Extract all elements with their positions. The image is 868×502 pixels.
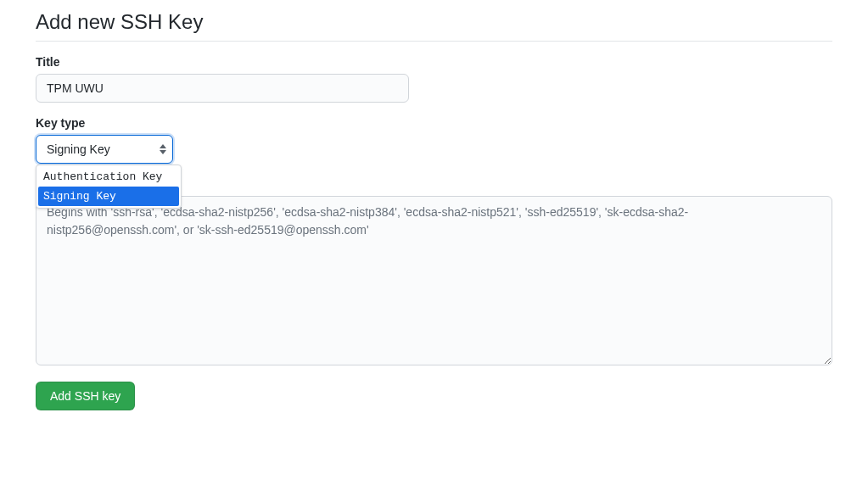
add-ssh-key-button[interactable]: Add SSH key xyxy=(36,382,135,410)
title-field-group: Title xyxy=(36,55,832,103)
key-type-option-authentication[interactable]: Authentication Key xyxy=(38,167,179,187)
key-type-select[interactable]: Signing Key xyxy=(36,135,173,164)
key-textarea[interactable] xyxy=(36,196,832,365)
key-type-field-group: Key type Signing Key Authentication Key … xyxy=(36,116,832,164)
title-input[interactable] xyxy=(36,74,409,103)
page-title: Add new SSH Key xyxy=(36,10,832,42)
title-label: Title xyxy=(36,55,832,69)
key-type-dropdown: Authentication Key Signing Key xyxy=(36,165,182,209)
key-type-label: Key type xyxy=(36,116,832,130)
key-type-select-wrapper: Signing Key Authentication Key Signing K… xyxy=(36,135,173,164)
key-type-option-signing[interactable]: Signing Key xyxy=(38,187,179,206)
